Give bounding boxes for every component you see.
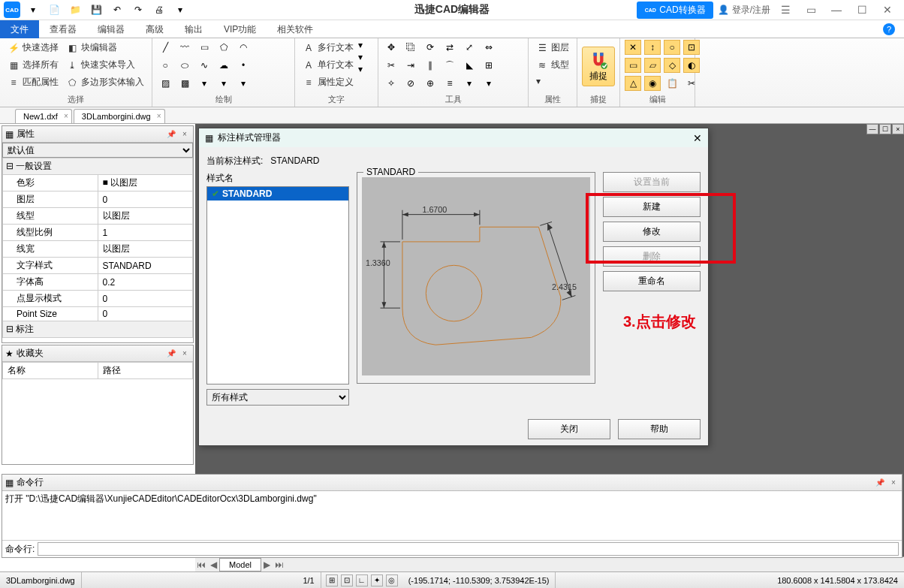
qat-dropdown-icon[interactable]: ▾ [24,2,42,17]
cut-button[interactable]: ✂ [683,76,700,91]
text-tool-1[interactable]: ▾ [358,40,373,50]
tab-output[interactable]: 输出 [174,20,213,38]
copy-tool[interactable]: ⿻ [402,40,419,55]
break-tool[interactable]: ⊘ [402,76,419,91]
tab-nav-next[interactable]: ▶ [261,559,273,570]
circle-tool[interactable]: ○ [157,58,173,73]
edit-tool-9[interactable]: △ [625,76,641,91]
menu-button[interactable]: ☰ [775,2,796,18]
grid-toggle[interactable]: ⊡ [341,574,353,586]
trim-tool[interactable]: ✂ [383,58,399,73]
rect-tool[interactable]: ▭ [196,40,212,55]
rotate-tool[interactable]: ⟳ [422,40,438,55]
rename-style-button[interactable]: 重命名 [603,271,701,291]
help-dialog-button[interactable]: 帮助 [618,419,701,439]
match-props-button[interactable]: ≡匹配属性 [5,74,62,90]
more-draw-1[interactable]: ▾ [196,76,212,91]
more-draw-2[interactable]: ▾ [215,76,232,91]
chamfer-tool[interactable]: ◣ [461,58,478,73]
region-tool[interactable]: ▩ [176,76,193,91]
quick-select-button[interactable]: ⚡快速选择 [5,40,62,56]
scale-tool[interactable]: ⤢ [461,40,478,55]
tab-nav-first[interactable]: ⏮ [195,559,207,570]
command-input[interactable] [38,542,899,556]
polyline-tool[interactable]: 〰 [176,40,193,55]
tab-nav-prev[interactable]: ◀ [207,559,219,570]
more-draw-3[interactable]: ▾ [235,76,252,91]
ellipse-tool[interactable]: ⬭ [176,58,193,73]
redo-icon[interactable]: ↷ [129,2,147,17]
attdef-button[interactable]: ≡属性定义 [300,74,357,90]
close-icon[interactable]: × [179,349,190,357]
save-icon[interactable]: 💾 [87,2,105,17]
edit-tool-10[interactable]: ◉ [644,76,661,91]
hatch-tool[interactable]: ▨ [157,76,173,91]
text-tool-2[interactable]: ▾ [358,52,373,62]
select-all-button[interactable]: ▦选择所有 [5,57,62,73]
cad-converter-button[interactable]: CAD CAD转换器 [637,2,713,19]
canvas-close-icon[interactable]: × [892,124,904,134]
text-button[interactable]: A单行文本 [300,57,357,73]
polygon-tool[interactable]: ⬠ [215,40,232,55]
tab-editor[interactable]: 编辑器 [87,20,135,38]
compact-button[interactable]: ▭ [800,2,821,18]
print-icon[interactable]: 🖨 [150,2,168,17]
move-tool[interactable]: ✥ [383,40,399,55]
tab-nav-last[interactable]: ⏭ [273,559,285,570]
close-icon[interactable]: × [157,112,161,120]
command-log[interactable]: 打开 "D:\迅捷CAD编辑器\XunjieCADEditor\CADEdito… [2,491,902,541]
polar-toggle[interactable]: ✦ [371,574,383,586]
props-more[interactable]: ▾ [533,74,572,88]
linetype-button[interactable]: ≋线型 [533,57,572,73]
array-tool[interactable]: ⊞ [481,58,497,73]
more-tool-1[interactable]: ▾ [461,76,478,91]
osnap-toggle[interactable]: ◎ [386,574,398,586]
app-logo[interactable]: CAD [3,2,21,17]
open-folder-icon[interactable]: 📁 [66,2,84,17]
minimize-button[interactable]: — [826,2,847,18]
edit-tool-5[interactable]: ▭ [625,58,641,73]
props-filter-combo[interactable]: 默认值 [2,143,193,158]
edit-tool-3[interactable]: ○ [664,40,680,55]
new-style-button[interactable]: 新建 [603,197,701,217]
edit-tool-8[interactable]: ◐ [683,58,700,73]
stretch-tool[interactable]: ⇔ [481,40,497,55]
line-tool[interactable]: ╱ [157,40,173,55]
undo-icon[interactable]: ↶ [108,2,126,17]
tab-file[interactable]: 文件 [0,20,39,38]
close-icon[interactable]: × [179,130,190,138]
close-icon[interactable]: × [888,478,899,487]
extend-tool[interactable]: ⇥ [402,58,419,73]
arc-tool[interactable]: ◠ [235,40,252,55]
offset-tool[interactable]: ∥ [422,58,438,73]
login-button[interactable]: 👤 登录/注册 [718,4,770,17]
pin-icon[interactable]: 📌 [166,130,176,138]
doc-tab-lamborgini[interactable]: 3DLamborgini.dwg× [74,109,165,123]
dialog-close-icon[interactable]: ✕ [693,132,702,144]
clipboard-button[interactable]: 📋 [664,76,680,91]
explode-tool[interactable]: ✧ [383,76,399,91]
style-item-standard[interactable]: ✔ STANDARD [207,187,348,201]
pin-icon[interactable]: 📌 [166,349,176,357]
edit-tool-1[interactable]: ✕ [625,40,641,55]
style-filter-combo[interactable]: 所有样式 [206,389,349,406]
edit-tool-2[interactable]: ↕ [644,40,661,55]
tab-viewer[interactable]: 查看器 [39,20,87,38]
close-icon[interactable]: × [64,112,68,120]
mirror-tool[interactable]: ⇄ [441,40,458,55]
more-tool-2[interactable]: ▾ [481,76,497,91]
align-tool[interactable]: ≡ [441,76,458,91]
delete-style-button[interactable]: 删除 [603,246,701,267]
set-current-button[interactable]: 设置当前 [603,172,701,192]
spline-tool[interactable]: ∿ [196,58,212,73]
help-icon[interactable]: ? [883,23,895,35]
edit-tool-4[interactable]: ⊡ [683,40,700,55]
tab-related[interactable]: 相关软件 [267,20,324,38]
canvas-max-icon[interactable]: ☐ [879,124,891,134]
cloud-tool[interactable]: ☁ [215,58,232,73]
edit-tool-6[interactable]: ▱ [644,58,661,73]
tab-advanced[interactable]: 高级 [135,20,174,38]
snap-button[interactable]: 捕捉 [582,47,615,86]
model-tab[interactable]: Model [219,558,261,571]
modify-style-button[interactable]: 修改 [603,222,701,242]
